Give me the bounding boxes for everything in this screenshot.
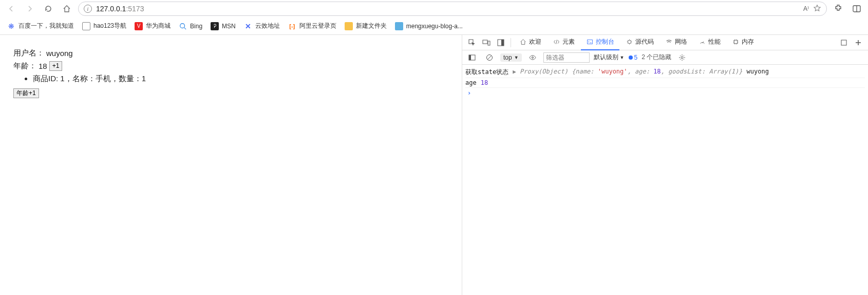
log-tail: wuyong (747, 68, 769, 75)
devtools-tabs: 欢迎 元素 控制台 源代码 网络 性能 (462, 35, 868, 50)
tab-console[interactable]: 控制台 (581, 35, 619, 50)
bookmark-label: Bing (190, 23, 202, 30)
back-button[interactable] (4, 2, 18, 16)
chip-icon (732, 39, 739, 46)
bookmark-label: 华为商城 (146, 22, 171, 30)
site-info-icon[interactable]: i (84, 5, 92, 13)
console-icon (586, 39, 593, 46)
dock-side-icon[interactable] (494, 36, 507, 49)
user-label: 用户名： (13, 48, 44, 58)
tab-network[interactable]: 网络 (660, 35, 692, 50)
bookmark-label: mengxuegu-blog-a... (406, 23, 463, 30)
age-label: 年龄： (13, 61, 36, 71)
expand-icon[interactable]: ▶ (513, 68, 516, 75)
bookmark-aliyun[interactable]: [-] 阿里云登录页 (288, 22, 336, 30)
bug-icon (626, 39, 633, 46)
device-toggle-icon[interactable] (480, 36, 493, 49)
context-label: top (503, 54, 512, 61)
console-prompt[interactable]: › (465, 88, 865, 98)
tab-elements[interactable]: 元素 (548, 35, 580, 50)
svg-rect-11 (734, 40, 738, 44)
code-icon (553, 39, 560, 46)
age-value: 18 (39, 62, 47, 70)
page-content: 用户名： wuyong 年龄： 18 +1 商品ID: 1，名称：手机，数量：1… (0, 35, 462, 295)
obj-close: } (739, 68, 742, 75)
extensions-button[interactable] (831, 2, 845, 16)
tab-memory[interactable]: 内存 (727, 35, 759, 50)
log-object[interactable]: ▶ Proxy(Object) {name: 'wuyong', age: 18… (513, 68, 742, 75)
blog-icon (395, 22, 403, 30)
bookmark-label: 新建文件夹 (356, 22, 387, 30)
devtools-panel: 欢迎 元素 控制台 源代码 网络 性能 (462, 35, 868, 295)
age-row: 年龄： 18 +1 (13, 61, 448, 71)
context-selector[interactable]: top ▼ (500, 53, 522, 62)
add-tab-icon[interactable] (852, 36, 865, 49)
read-aloud-icon[interactable]: A⁾ (803, 5, 809, 12)
bookmark-yunxiao[interactable]: ✕ 云效地址 (244, 22, 280, 30)
refresh-button[interactable] (41, 2, 55, 16)
goods-id: 1 (60, 74, 64, 83)
name-value: 'wuyong' (598, 68, 628, 75)
tab-label: 源代码 (635, 38, 654, 46)
tab-overflow-icon[interactable] (837, 36, 851, 49)
bookmarks-bar: ❋ 百度一下，我就知道 hao123导航 V 华为商城 Bing Ꭾ MSN ✕… (0, 17, 868, 35)
tab-performance[interactable]: 性能 (693, 35, 726, 50)
main-split: 用户名： wuyong 年龄： 18 +1 商品ID: 1，名称：手机，数量：1… (0, 35, 868, 295)
goods-list: 商品ID: 1，名称：手机，数量：1 (33, 74, 448, 84)
tab-label: 性能 (708, 38, 721, 46)
bookmark-label: 阿里云登录页 (299, 22, 336, 30)
age-key: , age: (628, 68, 650, 75)
level-label: 默认级别 (594, 53, 618, 62)
tab-welcome[interactable]: 欢迎 (514, 35, 546, 50)
filter-input[interactable] (543, 52, 590, 63)
goods-item: 商品ID: 1，名称：手机，数量：1 (33, 74, 448, 84)
yunxiao-icon: ✕ (244, 22, 252, 30)
tab-label: 控制台 (596, 38, 614, 46)
goods-name-label: ，名称： (65, 74, 96, 83)
issues-badge[interactable]: 5 (629, 54, 638, 61)
issue-count: 5 (634, 54, 638, 61)
bookmark-bing[interactable]: Bing (179, 22, 202, 30)
tab-label: 内存 (742, 38, 754, 46)
address-bar[interactable]: i 127.0.0.1:5173 A⁾ (78, 2, 827, 16)
user-row: 用户名： wuyong (13, 48, 448, 58)
inspect-icon[interactable] (465, 36, 479, 49)
browser-toolbar: i 127.0.0.1:5173 A⁾ (0, 0, 868, 17)
aliyun-icon: [-] (288, 22, 296, 30)
url-text: 127.0.0.1:5173 (96, 5, 799, 13)
settings-icon[interactable] (675, 51, 689, 64)
svg-point-18 (681, 57, 683, 59)
bookmark-msn[interactable]: Ꭾ MSN (211, 22, 236, 30)
clear-console-icon[interactable] (483, 51, 496, 64)
eye-icon[interactable] (526, 51, 539, 64)
bookmark-huawei[interactable]: V 华为商城 (135, 22, 171, 30)
svg-point-2 (180, 23, 185, 28)
bookmark-folder[interactable]: 新建文件夹 (345, 22, 387, 30)
huawei-icon: V (135, 22, 143, 30)
bookmark-hao123[interactable]: hao123导航 (82, 22, 126, 30)
age-plus-button[interactable]: 年龄+1 (13, 88, 39, 98)
favorite-icon[interactable] (813, 4, 821, 14)
svg-rect-5 (483, 40, 487, 44)
tab-sources[interactable]: 源代码 (620, 35, 659, 50)
svg-rect-9 (587, 40, 592, 44)
sidebar-toggle-icon[interactable] (465, 51, 479, 64)
log-label: 获取state状态 (465, 68, 508, 77)
bookmark-baidu[interactable]: ❋ 百度一下，我就知道 (7, 22, 74, 30)
obj-open: {name: (572, 68, 594, 75)
wifi-icon (665, 39, 672, 46)
forward-button[interactable] (23, 2, 37, 16)
console-line: age 18 (465, 78, 865, 88)
console-line: 获取state状态 ▶ Proxy(Object) {name: 'wuyong… (465, 67, 865, 78)
home-button[interactable] (60, 2, 74, 16)
divider (511, 38, 511, 47)
split-screen-button[interactable] (850, 2, 864, 16)
url-port: :5173 (126, 5, 144, 13)
plus-one-button[interactable]: +1 (49, 61, 63, 71)
svg-rect-12 (841, 40, 846, 45)
url-host: 127.0.0.1 (96, 5, 126, 13)
home-icon (519, 39, 526, 46)
log-level-selector[interactable]: 默认级别 ▼ (594, 53, 625, 62)
user-value: wuyong (46, 49, 73, 58)
bookmark-blog[interactable]: mengxuegu-blog-a... (395, 22, 463, 30)
